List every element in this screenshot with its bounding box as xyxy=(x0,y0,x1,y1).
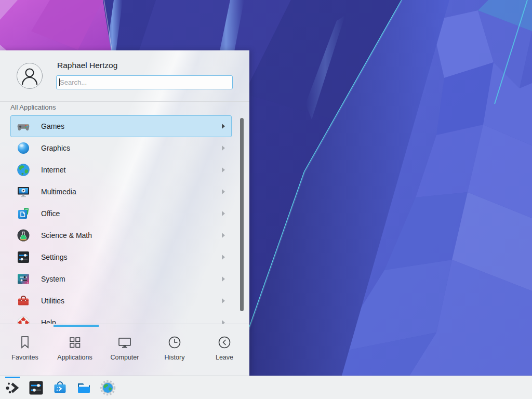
application-category-list: Games Graphics xyxy=(10,115,232,324)
lifebuoy-icon xyxy=(17,316,30,324)
tab-history[interactable]: History xyxy=(150,330,200,361)
category-row-help[interactable]: Help xyxy=(10,312,232,324)
search-input[interactable] xyxy=(56,75,233,89)
tab-computer[interactable]: Computer xyxy=(100,330,150,361)
gamepad-icon xyxy=(17,119,30,133)
desktop: Raphael Hertzog All Applications Games xyxy=(0,0,532,399)
category-label: Office xyxy=(41,209,60,218)
section-label: All Applications xyxy=(10,103,56,111)
discover-icon[interactable] xyxy=(52,380,68,396)
submenu-arrow-icon xyxy=(222,320,225,324)
launcher-footer: Favorites Applications xyxy=(0,324,249,376)
submenu-arrow-icon xyxy=(222,255,225,260)
category-row-games[interactable]: Games xyxy=(10,115,232,137)
category-row-science[interactable]: Science & Math xyxy=(10,224,232,246)
category-row-internet[interactable]: Internet xyxy=(10,159,232,181)
file-manager-icon[interactable] xyxy=(76,380,92,396)
leave-icon xyxy=(217,335,232,350)
category-row-office[interactable]: Office xyxy=(10,203,232,224)
category-row-multimedia[interactable]: Multimedia xyxy=(10,181,232,203)
launcher-active-indicator xyxy=(5,377,20,378)
system-settings-icon[interactable] xyxy=(28,380,44,396)
category-label: Science & Math xyxy=(41,231,92,240)
globe-icon xyxy=(17,163,30,177)
web-browser-icon[interactable] xyxy=(100,380,116,396)
taskbar: ES 7:03 PM 4/24/21 xyxy=(0,376,532,399)
tab-leave[interactable]: Leave xyxy=(200,330,249,361)
category-row-utilities[interactable]: Utilities xyxy=(10,290,232,312)
submenu-arrow-icon xyxy=(222,189,225,194)
active-tab-indicator xyxy=(54,325,99,327)
text-caret xyxy=(59,78,60,86)
launcher-header: Raphael Hertzog xyxy=(0,50,249,101)
category-label: Games xyxy=(41,122,64,130)
tab-favorites[interactable]: Favorites xyxy=(0,330,50,361)
header-separator xyxy=(0,101,249,102)
clock-icon xyxy=(167,335,182,350)
bookmark-icon xyxy=(17,335,33,350)
submenu-arrow-icon xyxy=(222,298,225,303)
sliders-dark-icon xyxy=(17,250,30,264)
submenu-arrow-icon xyxy=(222,167,225,172)
sphere-icon xyxy=(17,141,30,155)
category-label: Multimedia xyxy=(41,188,76,196)
submenu-arrow-icon xyxy=(222,124,225,129)
category-label: Settings xyxy=(41,253,68,261)
category-row-settings[interactable]: Settings xyxy=(10,246,232,268)
computer-icon xyxy=(117,335,132,350)
flask-icon xyxy=(17,229,30,242)
grid-icon xyxy=(67,335,83,350)
toolbox-icon xyxy=(17,294,30,308)
system-sliders-icon xyxy=(17,272,30,286)
monitor-play-icon xyxy=(17,185,30,198)
category-label: Utilities xyxy=(41,297,64,305)
scrollbar-thumb[interactable] xyxy=(240,118,244,311)
category-label: System xyxy=(41,275,65,283)
category-label: Internet xyxy=(41,166,65,174)
user-avatar[interactable] xyxy=(17,63,43,89)
category-row-graphics[interactable]: Graphics xyxy=(10,137,232,159)
category-label: Graphics xyxy=(41,144,70,152)
footer-tab-bar: Favorites Applications xyxy=(0,330,249,361)
submenu-arrow-icon xyxy=(222,276,225,282)
submenu-arrow-icon xyxy=(222,145,225,151)
user-name: Raphael Hertzog xyxy=(57,61,117,70)
kde-launcher-icon[interactable] xyxy=(4,380,20,396)
application-launcher-menu: Raphael Hertzog All Applications Games xyxy=(0,50,249,376)
documents-icon xyxy=(17,207,30,220)
submenu-arrow-icon xyxy=(222,233,225,238)
tab-applications[interactable]: Applications xyxy=(50,330,100,361)
category-row-system[interactable]: System xyxy=(10,268,232,290)
category-label: Help xyxy=(41,318,56,324)
submenu-arrow-icon xyxy=(222,211,225,216)
